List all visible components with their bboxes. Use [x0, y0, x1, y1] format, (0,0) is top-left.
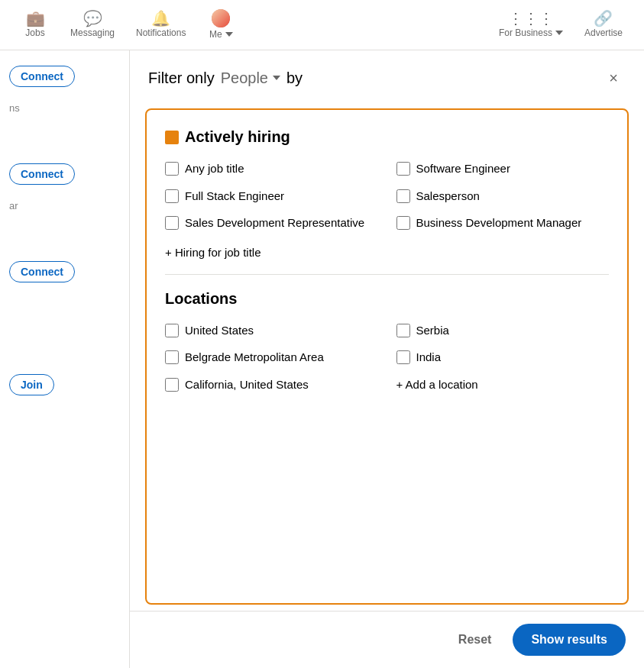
full-stack-engineer-label: Full Stack Engineer [185, 189, 284, 204]
checkbox-india[interactable]: India [396, 350, 610, 365]
filter-only-label: Filter only [148, 69, 215, 87]
checkbox-india-input[interactable] [396, 350, 410, 364]
by-label: by [286, 69, 303, 87]
advertise-icon: 🔗 [594, 11, 613, 26]
checkbox-any-job-title-input[interactable] [165, 162, 179, 176]
sidebar-text-1: ns [9, 102, 20, 114]
checkbox-california-input[interactable] [165, 378, 179, 392]
checkbox-full-stack-engineer-input[interactable] [165, 189, 179, 203]
nav-messaging[interactable]: 💬 Messaging [61, 0, 124, 50]
sidebar-background: Connect ns Connect ar Connect Join [0, 50, 130, 668]
close-button[interactable]: × [601, 66, 626, 90]
reset-button[interactable]: Reset [446, 627, 504, 653]
messaging-icon: 💬 [83, 11, 102, 26]
checkbox-united-states[interactable]: United States [165, 323, 378, 338]
checkbox-any-job-title[interactable]: Any job title [165, 161, 378, 176]
notifications-icon: 🔔 [151, 11, 170, 26]
nav-me-label: Me [209, 29, 222, 40]
nav-jobs[interactable]: 💼 Jobs [12, 0, 58, 50]
checkbox-serbia[interactable]: Serbia [396, 323, 610, 338]
people-chevron-icon [273, 76, 280, 80]
nav-jobs-label: Jobs [25, 27, 44, 38]
top-nav: 💼 Jobs 💬 Messaging 🔔 Notifications Me ⋮⋮… [0, 0, 644, 50]
modal-footer: Reset Show results [130, 611, 644, 668]
modal-header: Filter only People by × [130, 50, 644, 102]
add-location-button[interactable]: + Add a location [396, 378, 610, 391]
show-results-button[interactable]: Show results [513, 624, 626, 656]
checkbox-salesperson-input[interactable] [396, 189, 410, 203]
join-button[interactable]: Join [9, 374, 54, 395]
connect-button-3[interactable]: Connect [9, 261, 75, 282]
locations-label: Locations [165, 290, 237, 308]
belgrade-label: Belgrade Metropolitan Area [185, 350, 324, 365]
nav-notifications[interactable]: 🔔 Notifications [127, 0, 195, 50]
actively-hiring-title: Actively hiring [165, 128, 609, 146]
add-job-title-label: + Hiring for job title [165, 246, 261, 259]
jobs-icon: 💼 [26, 11, 45, 26]
checkbox-software-engineer[interactable]: Software Engineer [396, 161, 610, 176]
any-job-title-label: Any job title [185, 161, 244, 176]
checkbox-salesperson[interactable]: Salesperson [396, 189, 610, 204]
nav-me[interactable]: Me [198, 0, 244, 50]
serbia-label: Serbia [416, 323, 449, 338]
people-dropdown-button[interactable]: People [221, 69, 280, 87]
checkbox-software-engineer-input[interactable] [396, 162, 410, 176]
locations-grid: United States Serbia Belgrade Metropolit… [165, 323, 609, 392]
united-states-label: United States [185, 323, 254, 338]
software-engineer-label: Software Engineer [416, 161, 510, 176]
checkbox-belgrade-input[interactable] [165, 350, 179, 364]
actively-hiring-label: Actively hiring [185, 128, 290, 146]
checkbox-business-dev-manager[interactable]: Business Development Manager [396, 215, 610, 231]
nav-for-business[interactable]: ⋮⋮⋮ For Business [490, 0, 572, 50]
nav-advertise[interactable]: 🔗 Advertise [575, 0, 632, 50]
avatar [212, 9, 230, 27]
checkbox-united-states-input[interactable] [165, 324, 179, 337]
people-label: People [221, 69, 268, 87]
nav-notifications-label: Notifications [136, 27, 186, 38]
salesperson-label: Salesperson [416, 189, 480, 204]
checkbox-sales-dev-rep-input[interactable] [165, 216, 179, 230]
hiring-icon [165, 131, 179, 144]
sales-dev-rep-label: Sales Development Representative [185, 215, 364, 231]
add-location-label: + Add a location [396, 378, 478, 391]
nav-advertise-label: Advertise [584, 27, 623, 38]
checkbox-full-stack-engineer[interactable]: Full Stack Engineer [165, 189, 378, 204]
filter-panel: Actively hiring Any job title Software E… [145, 108, 629, 605]
me-chevron-icon [225, 32, 233, 37]
checkbox-belgrade[interactable]: Belgrade Metropolitan Area [165, 350, 378, 365]
close-icon: × [609, 69, 618, 87]
connect-button-2[interactable]: Connect [9, 163, 75, 185]
checkbox-california[interactable]: California, United States [165, 377, 378, 392]
india-label: India [416, 350, 442, 365]
california-label: California, United States [185, 377, 309, 392]
checkbox-sales-dev-rep[interactable]: Sales Development Representative [165, 215, 378, 231]
for-business-chevron-icon [555, 31, 563, 35]
nav-messaging-label: Messaging [70, 27, 115, 38]
connect-button-1[interactable]: Connect [9, 66, 75, 87]
for-business-icon: ⋮⋮⋮ [508, 11, 554, 26]
job-titles-grid: Any job title Software Engineer Full Sta… [165, 161, 609, 231]
section-divider [165, 274, 609, 275]
locations-title: Locations [165, 290, 609, 308]
sidebar-text-2: ar [9, 200, 18, 211]
checkbox-business-dev-manager-input[interactable] [396, 216, 410, 230]
add-job-title-button[interactable]: + Hiring for job title [165, 246, 261, 259]
checkbox-serbia-input[interactable] [396, 324, 410, 337]
filter-modal: Filter only People by × Actively hiring … [130, 50, 644, 668]
nav-for-business-label: For Business [499, 27, 552, 38]
business-dev-manager-label: Business Development Manager [416, 215, 582, 231]
